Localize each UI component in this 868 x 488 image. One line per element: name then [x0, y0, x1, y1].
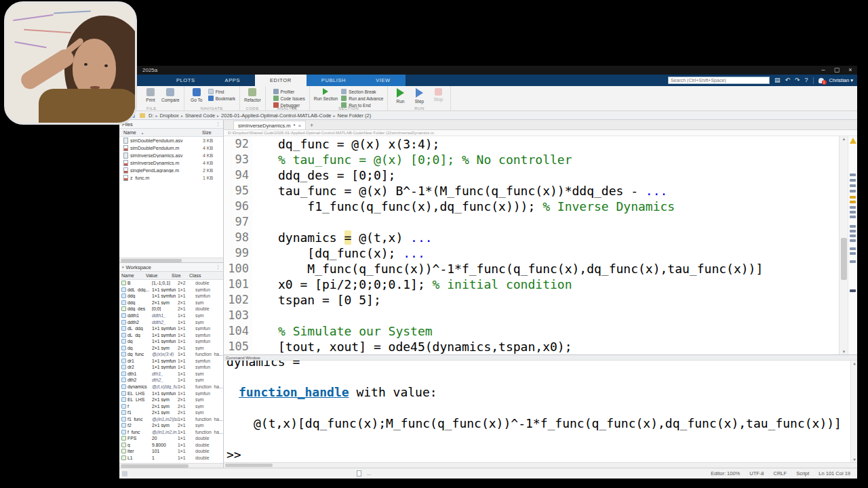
workspace-col-class[interactable]: Class: [187, 273, 223, 278]
code-line[interactable]: 94ddq_des = [0;0];: [224, 167, 837, 183]
code-line[interactable]: 101x0 = [pi/2;0;0;0.1]; % initial condit…: [224, 277, 837, 292]
analyzer-mark[interactable]: [850, 201, 856, 203]
workspace-row[interactable]: f22×1 sym2×1sym: [119, 422, 223, 429]
workspace-row[interactable]: dth2_dth2_1×1sym: [119, 377, 223, 384]
analyzer-mark[interactable]: [850, 216, 856, 218]
ribbon-tab-view[interactable]: VIEW: [361, 75, 406, 86]
collapse-icon[interactable]: ▾: [122, 265, 124, 269]
code-line[interactable]: 104% Simulate our System: [224, 323, 837, 339]
command-window-vscrollbar[interactable]: ▲ ▼: [850, 361, 857, 462]
code-line[interactable]: 105[tout, xout] = ode45(dynamics,tspan,x…: [224, 339, 837, 354]
undo-icon[interactable]: ↶: [785, 77, 790, 83]
bookmark-button[interactable]: Bookmark: [208, 96, 235, 101]
workspace-row[interactable]: dr21×1 symfun1×1symfun: [119, 364, 223, 371]
workspace-row[interactable]: ddth1_ddth1_1×1sym: [119, 312, 223, 319]
redo-icon[interactable]: ↷: [795, 77, 800, 83]
analyzer-mark[interactable]: [850, 260, 856, 263]
status-encoding[interactable]: UTF-8: [749, 470, 764, 476]
code-line[interactable]: 92dq_func = @(x) x(3:4);: [224, 136, 837, 152]
analyzer-mark[interactable]: [850, 190, 856, 192]
command-prompt[interactable]: >>: [226, 447, 241, 462]
section-break-button[interactable]: Section Break: [341, 89, 383, 94]
file-row[interactable]: singlePendLagrange.m2 KB: [119, 167, 223, 174]
breadcrumb-item[interactable]: 2026-01-Applied-Optimal-Control-MATLAB-C…: [221, 113, 331, 119]
workspace-row[interactable]: dq_2×1 sym2×1sym: [119, 344, 223, 351]
analyzer-mark[interactable]: [850, 211, 856, 214]
files-col-name[interactable]: Name ▴: [119, 130, 200, 135]
status-eol[interactable]: CRLF: [774, 470, 787, 476]
workspace-row[interactable]: f2×1 sym2×1sym: [119, 403, 223, 409]
print-button[interactable]: Print: [142, 87, 159, 102]
analyzer-mark[interactable]: [850, 247, 856, 250]
status-zoom[interactable]: Editor: 100%: [711, 470, 740, 476]
analyzer-mark[interactable]: [850, 196, 856, 199]
editor-tab[interactable]: simInverseDynamics.m * ×: [233, 121, 306, 129]
ribbon-tab-publish[interactable]: PUBLISH: [307, 75, 361, 86]
workspace-row[interactable]: FPS201×1double: [119, 435, 223, 442]
analyzer-mark[interactable]: [850, 174, 856, 176]
breadcrumb-item[interactable]: Dropbox: [160, 113, 179, 119]
ribbon-tab-apps[interactable]: APPS: [210, 75, 255, 86]
workspace-row[interactable]: dL_dq1×1 symfun1×1symfun: [119, 331, 223, 338]
workspace-row[interactable]: f12×1 sym2×1sym: [119, 409, 223, 416]
analyzer-mark[interactable]: [850, 230, 856, 232]
folder-icon[interactable]: [140, 113, 145, 118]
breadcrumb-item[interactable]: Shared Code: [185, 113, 215, 119]
minimize-button[interactable]: –: [816, 66, 830, 75]
new-tab-button[interactable]: +: [310, 122, 313, 129]
code-line[interactable]: 102tspan = [0 5];: [224, 292, 837, 308]
workspace-col-value[interactable]: Value: [144, 273, 170, 278]
files-menu-icon[interactable]: ⋮: [216, 121, 220, 127]
user-menu[interactable]: Christian ▾: [829, 77, 853, 83]
code-editor[interactable]: 92dq_func = @(x) x(3:4);93% tau_func = @…: [224, 136, 857, 354]
file-row[interactable]: simDoublePendulum.asv3 KB: [119, 137, 223, 144]
code-line[interactable]: 95tau_func = @(x) B^-1*(M_func(q_func(x)…: [224, 183, 837, 199]
workspace-row[interactable]: g9.80001×1double: [119, 442, 223, 449]
code-issues-button[interactable]: Code Issues: [273, 96, 305, 101]
run-section-button[interactable]: Run Section: [314, 87, 338, 101]
close-button[interactable]: ×: [844, 66, 857, 75]
search-input[interactable]: [668, 77, 770, 84]
files-hscrollbar[interactable]: [119, 258, 223, 262]
workspace-row[interactable]: f1_func@(in1,in2)[si...1×1function_ha...: [119, 415, 223, 422]
analyzer-mark[interactable]: [850, 239, 856, 242]
analyzer-mark[interactable]: [850, 235, 856, 237]
breadcrumb-item[interactable]: New Folder (2): [338, 113, 372, 119]
function-handle-link[interactable]: function_handle: [239, 385, 349, 399]
editor-vscrollbar[interactable]: ▲ ▼: [839, 136, 848, 354]
workspace-row[interactable]: EL_LHS_2×1 sym2×1sym: [119, 396, 223, 403]
workspace-row[interactable]: ddq_2×1 sym2×1sym: [119, 300, 223, 306]
code-line[interactable]: 96 f1_func(q_func(x),dq_func(x))); % Inv…: [224, 199, 837, 214]
ribbon-tab-editor[interactable]: EDITOR: [255, 75, 307, 86]
save-quick-icon[interactable]: ▤: [774, 77, 781, 83]
workspace-row[interactable]: ddq_des[0;0]2×1double: [119, 306, 223, 312]
workspace-row[interactable]: dL_ddq1×1 symfun1×1symfun: [119, 325, 223, 332]
code-analyzer-strip[interactable]: [848, 136, 857, 354]
workspace-row[interactable]: iter1011×1double: [119, 448, 223, 455]
analyzer-mark[interactable]: [850, 184, 856, 187]
code-line[interactable]: 103: [224, 308, 837, 323]
workspace-row[interactable]: dq_func@(x)x(3:4)1×1function_ha...: [119, 351, 223, 358]
command-window-hscrollbar[interactable]: [224, 462, 857, 468]
refactor-button[interactable]: Refactor: [244, 87, 261, 102]
maximize-button[interactable]: ▢: [830, 66, 844, 75]
workspace-row[interactable]: dth1_dth1_1×1sym: [119, 371, 223, 378]
step-button[interactable]: Step: [411, 87, 427, 104]
file-row[interactable]: simInverseDynamics.asv4 KB: [119, 152, 223, 159]
workspace-row[interactable]: dr11×1 symfun1×1symfun: [119, 358, 223, 365]
run-button[interactable]: Run: [392, 87, 408, 104]
workspace-menu-icon[interactable]: ⋮: [216, 264, 220, 270]
workspace-row[interactable]: ddth2_ddth2_1×1sym: [119, 319, 223, 325]
code-line[interactable]: 98dynamics = @(t,x) ...: [224, 230, 837, 245]
go-to-button[interactable]: Go To: [189, 87, 205, 102]
file-row[interactable]: z_func.m1 KB: [119, 174, 223, 182]
analyzer-mark[interactable]: [850, 289, 856, 292]
find-button[interactable]: Find: [208, 89, 235, 94]
workspace-row[interactable]: dynamics@(t,x)[dq_fu...1×1function_ha...: [119, 384, 223, 390]
workspace-row[interactable]: L111×1double: [119, 455, 223, 462]
tab-close-icon[interactable]: ×: [298, 123, 301, 129]
file-row[interactable]: simDoublePendulum.m4 KB: [119, 144, 223, 152]
breadcrumb-item[interactable]: D:: [149, 113, 154, 119]
workspace-col-name[interactable]: Name: [119, 273, 144, 278]
files-col-size[interactable]: Size: [200, 130, 223, 135]
